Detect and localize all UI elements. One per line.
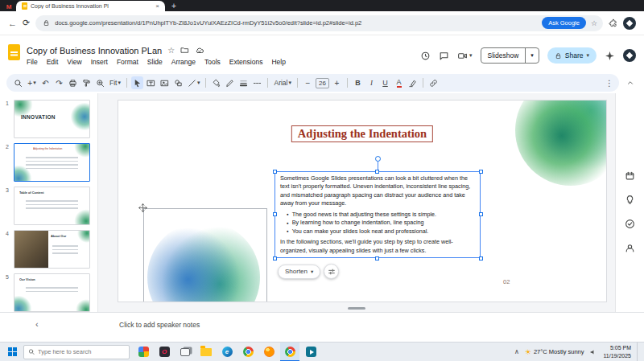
slides-logo-icon[interactable]	[8, 44, 20, 60]
tasks-icon[interactable]	[625, 219, 635, 229]
join-meet-button[interactable]: ▾	[457, 51, 473, 61]
print-icon[interactable]	[67, 76, 79, 89]
resize-handle[interactable]	[273, 170, 277, 174]
weather-widget[interactable]: ☀ 27°C Mostly sunny	[525, 348, 584, 356]
bookmark-star-icon[interactable]: ☆	[591, 19, 597, 27]
cloud-saved-icon[interactable]	[195, 46, 204, 55]
browser-tab[interactable]: Copy of Business Innovation Pl ×	[16, 1, 165, 11]
search-menus-icon[interactable]	[12, 76, 24, 89]
tab-close-icon[interactable]: ×	[155, 2, 159, 10]
font-family-select[interactable]: Arial▾	[272, 76, 293, 89]
speaker-notes-placeholder[interactable]: Click to add speaker notes	[119, 321, 200, 329]
edge-app-icon[interactable]: e	[217, 343, 237, 361]
slide-thumbnail-2-selected[interactable]: Adjusting the Indentation	[14, 143, 90, 182]
slide-thumbnail-4[interactable]: About Our	[14, 230, 90, 269]
extensions-icon[interactable]	[609, 18, 617, 27]
file-explorer-icon[interactable]	[196, 343, 216, 361]
browser-profile-avatar[interactable]	[623, 17, 636, 30]
insert-link-button[interactable]	[427, 76, 440, 89]
more-options-icon[interactable]: ⋮	[605, 79, 613, 88]
slide-thumbnail-3[interactable]: Table of Content	[14, 187, 90, 225]
highlight-color-button[interactable]	[407, 76, 419, 89]
task-view-icon[interactable]	[175, 343, 195, 361]
resize-handle[interactable]	[479, 212, 483, 216]
border-dash-tool[interactable]	[251, 76, 263, 89]
resize-handle[interactable]	[479, 256, 483, 260]
rewrite-options-button[interactable]	[324, 264, 339, 279]
insert-shape-tool[interactable]	[172, 76, 184, 89]
rotation-handle[interactable]	[375, 156, 381, 162]
user-avatar[interactable]	[623, 49, 636, 62]
slideshow-button[interactable]: Slideshow ▾	[481, 47, 539, 64]
menu-slide[interactable]: Slide	[147, 58, 163, 66]
star-document-icon[interactable]: ☆	[167, 46, 175, 55]
url-text[interactable]: docs.google.com/presentation/d/1PnUhplTY…	[55, 19, 537, 27]
menu-arrange[interactable]: Arrange	[171, 58, 196, 66]
paint-format-icon[interactable]	[80, 76, 93, 89]
resize-handle[interactable]	[273, 256, 277, 260]
redo-icon[interactable]: ↷	[53, 76, 65, 89]
collapse-toolbar-icon[interactable]	[623, 79, 638, 87]
browser-menu-icon[interactable]: M	[4, 3, 14, 10]
border-weight-tool[interactable]	[237, 76, 250, 89]
document-title[interactable]: Copy of Business Innovation PLan	[27, 46, 162, 55]
keep-notes-icon[interactable]	[625, 195, 635, 205]
menu-file[interactable]: File	[27, 58, 38, 66]
comment-history-icon[interactable]	[439, 51, 449, 61]
menu-edit[interactable]: Edit	[47, 58, 59, 66]
chrome-active-window-icon[interactable]	[280, 343, 299, 361]
menu-view[interactable]: View	[67, 58, 81, 66]
opera-app-icon[interactable]: O	[155, 343, 174, 361]
back-icon[interactable]: ←	[8, 18, 17, 28]
collapse-filmstrip-icon[interactable]: ‹	[35, 319, 39, 329]
new-slide-button[interactable]: +▾	[26, 76, 38, 89]
reload-icon[interactable]: ⟳	[23, 18, 30, 28]
show-desktop-button[interactable]	[637, 343, 640, 361]
media-app-icon[interactable]	[301, 343, 320, 361]
resize-handle[interactable]	[479, 170, 483, 174]
new-tab-button[interactable]: +	[171, 2, 176, 10]
text-color-button[interactable]: A	[397, 79, 402, 88]
menu-insert[interactable]: Insert	[91, 58, 108, 66]
insert-line-tool[interactable]: ▾	[186, 76, 202, 89]
omnibox[interactable]: docs.google.com/presentation/d/1PnUhplTY…	[35, 15, 603, 31]
taskbar-search[interactable]	[23, 345, 130, 359]
underline-button[interactable]: U	[379, 76, 391, 89]
insert-image-tool[interactable]	[159, 76, 171, 89]
contacts-icon[interactable]	[625, 243, 635, 253]
slide-title-textbox[interactable]: Adjusting the Indentation	[291, 125, 433, 142]
font-size-value[interactable]: 26	[316, 78, 329, 88]
move-folder-icon[interactable]	[180, 46, 189, 55]
font-size-decrease[interactable]: −	[302, 76, 314, 89]
search-input[interactable]	[38, 348, 125, 355]
volume-icon[interactable]	[589, 348, 597, 356]
menu-tools[interactable]: Tools	[204, 58, 221, 66]
version-history-icon[interactable]	[420, 51, 431, 61]
select-tool[interactable]	[131, 76, 143, 89]
start-button[interactable]	[2, 343, 22, 361]
share-button[interactable]: Share ▾	[547, 47, 597, 64]
tray-expand-icon[interactable]: ∧	[514, 348, 519, 355]
slide-canvas[interactable]: Adjusting the Indentation Sometimes Goog…	[98, 93, 615, 312]
italic-button[interactable]: I	[365, 76, 378, 89]
slide-thumbnail-1[interactable]: INNOVATION	[14, 100, 90, 138]
resize-handle[interactable]	[375, 170, 379, 174]
ask-google-button[interactable]: Ask Google	[542, 17, 586, 29]
slideshow-caret-icon[interactable]: ▾	[526, 52, 539, 59]
calendar-icon[interactable]	[625, 170, 635, 181]
dragged-object-outline[interactable]	[143, 208, 267, 302]
slide-thumbnail-5[interactable]: Our Vision	[14, 273, 90, 312]
resize-handle[interactable]	[273, 212, 277, 216]
menu-extensions[interactable]: Extensions	[229, 58, 263, 66]
font-size-increase[interactable]: +	[331, 76, 343, 89]
shorten-button[interactable]: Shorten ▾	[278, 265, 320, 279]
menu-format[interactable]: Format	[117, 58, 138, 66]
fit-zoom-select[interactable]: Fit▾	[108, 76, 122, 89]
border-color-tool[interactable]	[224, 76, 236, 89]
resize-handle[interactable]	[375, 256, 379, 260]
zoom-icon[interactable]	[94, 76, 106, 89]
selected-body-textbox[interactable]: Sometimes Google Slides presentations ca…	[275, 171, 481, 258]
bold-button[interactable]: B	[352, 76, 364, 89]
notes-resize-handle[interactable]	[348, 307, 365, 310]
menu-help[interactable]: Help	[271, 58, 285, 66]
